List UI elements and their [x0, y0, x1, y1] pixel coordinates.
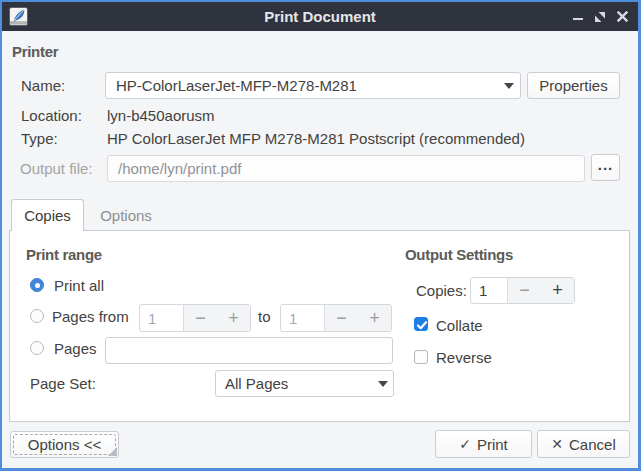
corner-grip-icon — [108, 447, 117, 456]
output-settings-heading: Output Settings — [405, 246, 513, 263]
page-set-value: All Pages — [225, 371, 288, 396]
window-title: Print Document — [2, 2, 638, 31]
output-file-label: Output file: — [20, 160, 93, 177]
type-value: HP ColorLaserJet MFP M278-M281 Postscrip… — [107, 130, 525, 147]
pages-from-plus-button[interactable]: + — [217, 305, 250, 331]
spin-buttons: − + — [183, 305, 250, 331]
pages-from-minus-button[interactable]: − — [184, 305, 217, 331]
browse-output-file-button[interactable]: ... — [591, 154, 620, 181]
pages-to-value: 1 — [289, 305, 297, 331]
copies-plus-button[interactable]: + — [541, 278, 574, 303]
copies-spinbox[interactable]: 1 − + — [470, 277, 575, 304]
tab-options-label: Options — [100, 207, 152, 224]
tab-copies[interactable]: Copies — [11, 199, 84, 231]
pages-label[interactable]: Pages — [54, 340, 97, 357]
print-dialog-window: Print Document Printer Name: HP-ColorLas… — [0, 0, 641, 471]
minimize-button[interactable] — [566, 2, 590, 31]
print-button[interactable]: ✓ Print — [435, 430, 532, 458]
close-icon — [617, 11, 628, 22]
minimize-icon — [573, 12, 583, 22]
spin-buttons: − + — [507, 278, 574, 303]
to-label: to — [258, 308, 271, 325]
pages-from-label[interactable]: Pages from — [52, 308, 129, 325]
pages-radio[interactable] — [30, 341, 44, 355]
tab-copies-label: Copies — [24, 207, 71, 224]
page-set-arrow-icon — [378, 381, 388, 387]
print-button-label: Print — [477, 436, 508, 453]
name-label: Name: — [21, 77, 65, 94]
reverse-checkbox[interactable] — [414, 350, 428, 364]
pages-from-radio[interactable] — [30, 309, 44, 323]
output-file-field[interactable]: /home/lyn/print.pdf — [107, 155, 585, 182]
printer-section-heading: Printer — [12, 43, 58, 60]
properties-button[interactable]: Properties — [527, 72, 620, 99]
pages-to-minus-button[interactable]: − — [325, 305, 358, 331]
page-set-label: Page Set: — [30, 375, 96, 392]
x-icon: ✕ — [551, 436, 563, 453]
copies-minus-button[interactable]: − — [508, 278, 541, 303]
collate-checkbox[interactable] — [414, 317, 428, 331]
pages-to-plus-button[interactable]: + — [358, 305, 391, 331]
location-label: Location: — [21, 107, 82, 124]
copies-label: Copies: — [416, 282, 467, 299]
pages-from-spinbox[interactable]: 1 − + — [139, 304, 251, 332]
tab-options[interactable]: Options — [84, 200, 168, 230]
output-file-value: /home/lyn/print.pdf — [118, 156, 241, 181]
checkmark-icon — [416, 320, 428, 331]
maximize-icon — [595, 12, 605, 22]
printer-name-combobox[interactable]: HP-ColorLaserJet-MFP-M278-M281 — [105, 72, 521, 99]
print-range-heading: Print range — [26, 246, 102, 263]
print-all-radio[interactable] — [30, 278, 44, 292]
cancel-button-label: Cancel — [569, 436, 616, 453]
copies-value: 1 — [479, 278, 487, 303]
reverse-label[interactable]: Reverse — [436, 349, 492, 366]
close-button[interactable] — [610, 2, 634, 31]
check-icon: ✓ — [459, 436, 471, 453]
titlebar[interactable]: Print Document — [2, 2, 638, 31]
options-button-label: Options << — [28, 436, 101, 453]
collate-label[interactable]: Collate — [436, 317, 483, 334]
spin-buttons: − + — [324, 305, 391, 331]
location-value: lyn-b450aorusm — [107, 107, 215, 124]
type-label: Type: — [21, 130, 58, 147]
options-toggle-button[interactable]: Options << — [10, 431, 119, 458]
pages-from-value: 1 — [148, 305, 156, 331]
properties-button-label: Properties — [539, 77, 607, 94]
page-set-dropdown[interactable]: All Pages — [215, 370, 394, 397]
printer-name-value: HP-ColorLaserJet-MFP-M278-M281 — [116, 73, 357, 98]
combobox-arrow-icon — [504, 83, 514, 89]
print-all-label[interactable]: Print all — [54, 277, 104, 294]
pages-input[interactable] — [105, 337, 393, 364]
cancel-button[interactable]: ✕ Cancel — [537, 430, 630, 458]
pages-to-spinbox[interactable]: 1 − + — [280, 304, 392, 332]
browse-button-label: ... — [598, 156, 614, 173]
maximize-button[interactable] — [588, 2, 612, 31]
